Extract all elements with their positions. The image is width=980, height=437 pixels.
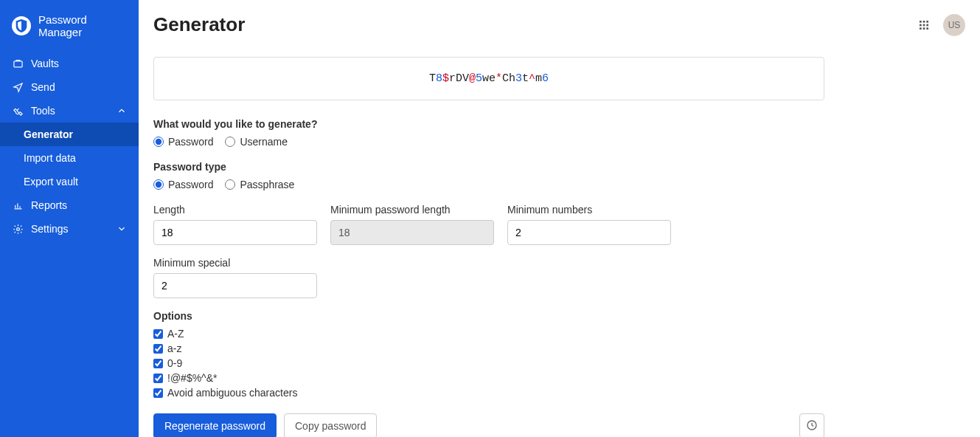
clock-icon (806, 419, 818, 433)
password-char: Ch (502, 72, 515, 85)
radio-generate-password[interactable]: Password (153, 136, 213, 148)
sidebar-item-settings[interactable]: Settings (0, 217, 139, 241)
vault-icon (12, 58, 24, 69)
regenerate-button[interactable]: Regenerate password (153, 413, 277, 437)
copy-password-button[interactable]: Copy password (284, 413, 378, 437)
options-label: Options (153, 310, 824, 322)
sidebar-item-label: Send (31, 81, 127, 93)
option-label: A-Z (167, 328, 184, 340)
sidebar: Password Manager Vaults Send Tools (0, 0, 139, 437)
radio-generate-username[interactable]: Username (225, 136, 288, 148)
main-content: Generator US T8$rDV@5we*Ch3t^m6 What wou… (139, 0, 980, 437)
password-char: @ (469, 72, 476, 85)
radio-label: Password (168, 179, 213, 190)
sidebar-item-vaults[interactable]: Vaults (0, 52, 139, 75)
option-special[interactable]: !@#$%^&* (153, 372, 824, 384)
password-type-radios: Password Passphrase (153, 179, 824, 190)
field-label: Minimum special (153, 257, 317, 269)
password-char: we (482, 72, 496, 85)
shield-logo-icon (12, 16, 31, 35)
password-char: T (429, 72, 436, 85)
avatar[interactable]: US (943, 14, 965, 36)
radio-input[interactable] (153, 137, 164, 147)
option-lowercase[interactable]: a-z (153, 343, 824, 354)
field-label: Minimum password length (330, 204, 494, 216)
password-char: 8 (436, 72, 442, 85)
action-row: Regenerate password Copy password (153, 413, 824, 437)
option-uppercase[interactable]: A-Z (153, 328, 824, 340)
sidebar-item-send[interactable]: Send (0, 75, 139, 99)
sidebar-subitem-label: Export vault (24, 176, 78, 187)
min-special-input[interactable] (153, 273, 317, 298)
checkbox-input[interactable] (153, 374, 163, 383)
generate-what-radios: Password Username (153, 136, 824, 148)
checkbox-input[interactable] (153, 344, 163, 354)
reports-icon (12, 199, 24, 211)
sidebar-subitem-label: Generator (24, 128, 73, 140)
sidebar-item-label: Tools (31, 105, 109, 117)
password-char: ^ (529, 72, 535, 85)
password-char: 6 (542, 72, 549, 85)
svg-rect-1 (13, 61, 21, 66)
option-label: 0-9 (167, 357, 182, 369)
chevron-up-icon (117, 106, 127, 116)
svg-rect-9 (920, 27, 922, 30)
password-char: $ (442, 72, 449, 85)
generated-password-display: T8$rDV@5we*Ch3t^m6 (153, 57, 824, 100)
svg-rect-3 (920, 21, 922, 23)
field-label: Length (153, 204, 317, 216)
field-length: Length (153, 204, 317, 245)
sidebar-subitem-import-data[interactable]: Import data (0, 146, 139, 170)
field-min-special: Minimum special (153, 257, 317, 298)
apps-grid-icon[interactable] (918, 19, 930, 31)
history-button[interactable] (799, 413, 824, 437)
send-icon (12, 81, 24, 93)
password-char: 3 (515, 72, 522, 85)
brand: Password Manager (0, 13, 139, 52)
length-input[interactable] (153, 220, 317, 245)
sidebar-subitem-generator[interactable]: Generator (0, 123, 139, 146)
generate-what-label: What would you like to generate? (153, 118, 824, 130)
password-char: m (535, 72, 542, 85)
password-char: t (522, 72, 529, 85)
page-title: Generator (153, 13, 245, 36)
radio-label: Passphrase (240, 179, 294, 190)
sidebar-tools-submenu: Generator Import data Export vault (0, 123, 139, 193)
sidebar-subitem-export-vault[interactable]: Export vault (0, 170, 139, 193)
sidebar-item-label: Settings (31, 223, 109, 235)
password-char: rDV (449, 72, 469, 85)
sidebar-item-tools[interactable]: Tools (0, 99, 139, 123)
sidebar-item-label: Vaults (31, 58, 127, 69)
checkbox-input[interactable] (153, 329, 163, 339)
checkbox-input[interactable] (153, 359, 163, 368)
svg-point-2 (16, 227, 19, 230)
option-numbers[interactable]: 0-9 (153, 357, 824, 369)
password-char: 5 (476, 72, 482, 85)
tools-icon (12, 105, 24, 117)
sidebar-item-reports[interactable]: Reports (0, 193, 139, 217)
option-label: Avoid ambiguous characters (167, 387, 297, 399)
sidebar-item-label: Reports (31, 199, 127, 211)
brand-name: Password Manager (38, 13, 127, 38)
checkbox-input[interactable] (153, 388, 163, 398)
field-min-length: Minimum password length (330, 204, 494, 245)
radio-input[interactable] (225, 137, 235, 147)
password-type-label: Password type (153, 161, 824, 173)
topbar: Generator US (153, 13, 965, 36)
min-numbers-input[interactable] (507, 220, 671, 245)
option-avoid-ambiguous[interactable]: Avoid ambiguous characters (153, 387, 824, 399)
option-label: a-z (167, 343, 181, 354)
sidebar-subitem-label: Import data (24, 152, 76, 164)
svg-rect-8 (926, 24, 928, 26)
radio-type-passphrase[interactable]: Passphrase (225, 179, 294, 190)
radio-input[interactable] (225, 179, 235, 190)
radio-type-password[interactable]: Password (153, 179, 213, 190)
svg-rect-7 (923, 24, 925, 26)
svg-rect-4 (923, 21, 925, 23)
radio-input[interactable] (153, 179, 164, 190)
option-label: !@#$%^&* (167, 372, 217, 384)
options-list: A-Z a-z 0-9 !@#$%^&* Avoid ambiguous cha… (153, 328, 824, 399)
svg-rect-11 (926, 27, 928, 30)
field-label: Minimum numbers (507, 204, 671, 216)
radio-label: Username (240, 136, 288, 148)
